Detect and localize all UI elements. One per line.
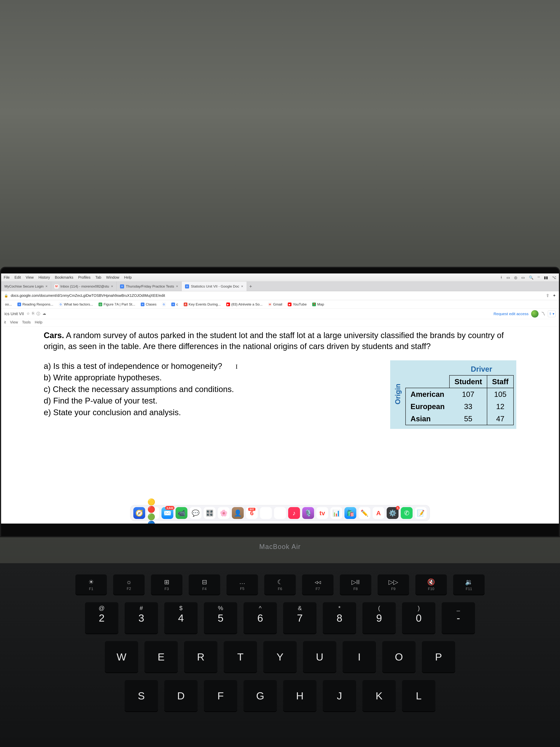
dock-app[interactable]: ✏️ xyxy=(358,507,370,519)
bookmark-item[interactable]: AKey Events During... xyxy=(182,302,223,307)
number-key[interactable]: #3 xyxy=(125,602,158,634)
function-key[interactable]: ◃◃F7 xyxy=(302,574,334,595)
bookmark-item[interactable]: 📍Map xyxy=(310,302,326,307)
tab-mycochise[interactable]: MyCochise Secure Login × xyxy=(1,282,51,291)
menu-tab[interactable]: Tab xyxy=(96,275,101,280)
dock-app[interactable] xyxy=(274,507,286,519)
share-icon[interactable]: ⇪ xyxy=(546,293,549,298)
menu-file[interactable]: File xyxy=(4,275,10,280)
tab-inbox[interactable]: M Inbox (114) - morenov082@stu × xyxy=(51,282,117,291)
dock-app[interactable]: ✉️3,642 xyxy=(161,507,174,519)
dock-app[interactable]: 6MAY xyxy=(246,507,258,519)
menu-edit[interactable]: Edit xyxy=(15,275,21,280)
letter-key[interactable]: F xyxy=(204,680,237,712)
request-edit-access-button[interactable]: Request edit access xyxy=(494,312,529,316)
menu-window[interactable]: Window xyxy=(106,275,119,280)
dock-app[interactable]: 📊 xyxy=(330,507,342,519)
number-key[interactable]: &7 xyxy=(283,602,317,634)
letter-key[interactable]: S xyxy=(125,680,158,712)
document-title[interactable]: ics Unit VII xyxy=(4,311,24,316)
function-key[interactable]: ▷▷F9 xyxy=(378,574,409,595)
menu-bookmarks[interactable]: Bookmarks xyxy=(55,275,73,280)
bookmark-item[interactable]: ▶YouTube xyxy=(286,302,309,307)
trend-icon[interactable]: 〽︎ xyxy=(541,311,545,316)
dock-app[interactable]: 🎙️ xyxy=(302,507,314,519)
number-key[interactable]: $4 xyxy=(164,602,197,634)
letter-key[interactable]: G xyxy=(243,680,277,712)
letter-key[interactable]: I xyxy=(343,641,376,672)
cloud-icon[interactable]: ☁ xyxy=(43,311,46,316)
function-key[interactable]: …F5 xyxy=(226,574,258,595)
user-avatar[interactable] xyxy=(531,310,538,317)
letter-key[interactable]: P xyxy=(422,641,455,672)
function-key[interactable]: ⊞F3 xyxy=(151,574,182,595)
bookmark-item[interactable]: ▶(83) Atrévete a So... xyxy=(224,302,265,307)
menu-profiles[interactable]: Profiles xyxy=(78,275,90,280)
number-key[interactable]: @2 xyxy=(85,602,118,634)
search-icon[interactable]: 🔍 xyxy=(529,275,534,280)
extensions-icon[interactable]: ✦ xyxy=(553,293,556,298)
dock-app[interactable]: A xyxy=(373,507,384,519)
letter-key[interactable]: E xyxy=(144,641,178,672)
bookmark-item[interactable]: ≡Reading Respons... xyxy=(16,302,55,307)
dock-app[interactable]: 🌸 xyxy=(218,507,230,519)
menu-view[interactable]: View xyxy=(26,275,34,280)
dock-app[interactable]: ⚙️1 xyxy=(387,507,399,519)
star-icon[interactable]: ☆ xyxy=(26,311,30,316)
dock-app[interactable]: tv xyxy=(316,507,328,519)
battery-full-icon[interactable]: ▮▮ xyxy=(544,275,548,280)
dock-app[interactable]: 🎛️ xyxy=(204,507,216,519)
docs-menu-item[interactable]: Tools xyxy=(22,320,31,325)
airplay-icon[interactable]: ◎ xyxy=(514,275,517,280)
close-icon[interactable]: × xyxy=(45,284,48,288)
close-icon[interactable]: × xyxy=(176,284,178,288)
move-icon[interactable]: ⎘ xyxy=(32,311,34,316)
tab-practice-tests[interactable]: ≡ Thursday/Friday Practice Tests × xyxy=(117,282,182,291)
number-key[interactable]: %5 xyxy=(204,602,237,634)
number-key[interactable]: ^6 xyxy=(243,602,277,634)
function-key[interactable]: ☼F2 xyxy=(113,574,144,595)
number-key[interactable]: *8 xyxy=(323,602,356,634)
bookmark-item[interactable]: ≡c xyxy=(169,302,180,307)
new-tab-button[interactable]: + xyxy=(247,283,255,289)
number-key[interactable]: )0 xyxy=(402,602,435,634)
bookmark-item[interactable]: ◎Figure 7A | Part St... xyxy=(97,302,137,307)
function-key[interactable]: ☀︎F1 xyxy=(75,574,107,595)
dock-app[interactable]: ✆ xyxy=(401,507,412,519)
letter-key[interactable]: O xyxy=(382,641,416,672)
function-key[interactable]: 🔉F11 xyxy=(453,574,485,595)
letter-key[interactable]: W xyxy=(105,641,138,672)
document-body[interactable]: Cars. A random survey of autos parked in… xyxy=(1,327,559,429)
dock-app[interactable]: ⋮≡ xyxy=(260,507,272,519)
info-icon[interactable]: ⓘ xyxy=(36,311,40,316)
bookmark-item[interactable]: MGmail xyxy=(266,302,285,307)
bookmark-item[interactable]: GWhat two factors... xyxy=(57,302,95,307)
dock-app[interactable]: 🧭 xyxy=(133,507,145,519)
control-center-icon[interactable]: ⌥ xyxy=(552,275,556,280)
letter-key[interactable]: Y xyxy=(263,641,297,672)
docs-menu-item[interactable]: View xyxy=(10,320,18,325)
letter-key[interactable]: T xyxy=(224,641,257,672)
dock-app[interactable]: 📝 xyxy=(415,507,427,519)
letter-key[interactable]: J xyxy=(323,680,356,712)
letter-key[interactable]: D xyxy=(164,680,197,712)
docs-menu-item[interactable]: it xyxy=(4,320,6,325)
menu-history[interactable]: History xyxy=(38,275,50,280)
address-bar[interactable]: 🔒 docs.google.com/document/d/1nmyCmZecLg… xyxy=(1,291,559,300)
letter-key[interactable]: K xyxy=(363,680,396,712)
share-button[interactable]: ⇧ ▾ xyxy=(548,310,556,317)
function-key[interactable]: ▷IIF8 xyxy=(340,574,371,595)
bookmark-item[interactable]: oo... xyxy=(3,302,14,307)
dock-app[interactable]: ♪ xyxy=(288,507,300,519)
dock-app[interactable]: 🟡🔴🟢🔵 xyxy=(148,507,159,519)
close-icon[interactable]: × xyxy=(111,284,113,288)
letter-key[interactable]: L xyxy=(402,680,435,712)
bluetooth-icon[interactable]: ᚼ xyxy=(500,275,502,280)
letter-key[interactable]: R xyxy=(184,641,217,672)
letter-key[interactable]: H xyxy=(283,680,317,712)
docs-menu-item[interactable]: Help xyxy=(35,320,43,325)
menu-help[interactable]: Help xyxy=(124,275,132,280)
tab-statistics-unit[interactable]: ≡ Statistics Unit VII - Google Doc × xyxy=(182,282,247,291)
letter-key[interactable]: U xyxy=(303,641,336,672)
dock-app[interactable]: 🛍️ xyxy=(344,507,356,519)
